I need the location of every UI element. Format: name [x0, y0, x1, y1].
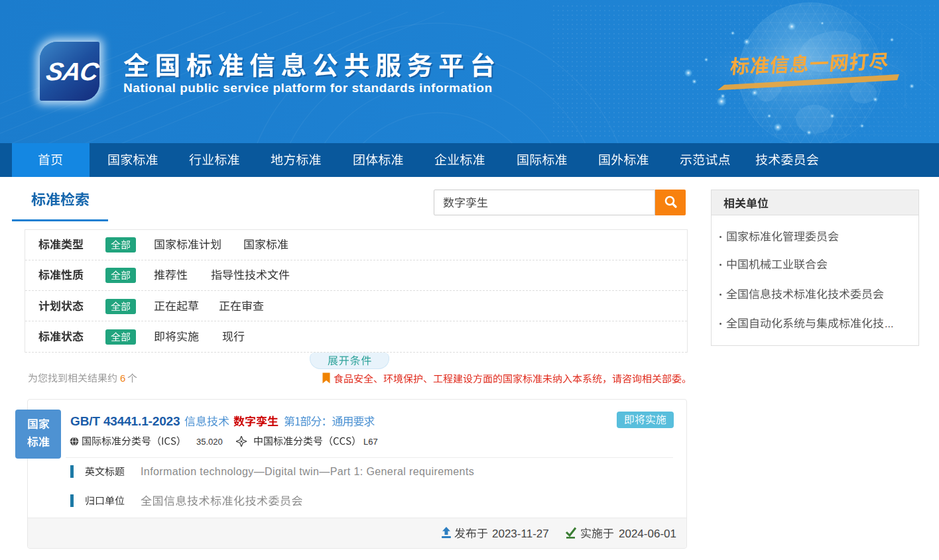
svg-text:2023-11-27: 2023-11-27: [492, 528, 549, 540]
svg-text:...: ...: [885, 318, 893, 329]
svg-text:GB/T 43441.1-2023: GB/T 43441.1-2023: [70, 414, 180, 428]
svg-text:35.020: 35.020: [196, 437, 223, 447]
svg-text:6: 6: [120, 372, 125, 384]
svg-text:SAC: SAC: [44, 57, 102, 85]
svg-text:L67: L67: [363, 437, 378, 447]
svg-text:2024-06-01: 2024-06-01: [619, 528, 676, 540]
svg-text:National public service platfo: National public service platform for sta…: [123, 81, 493, 95]
svg-text:Information technology—Digital: Information technology—Digital twin—Part…: [141, 466, 474, 477]
